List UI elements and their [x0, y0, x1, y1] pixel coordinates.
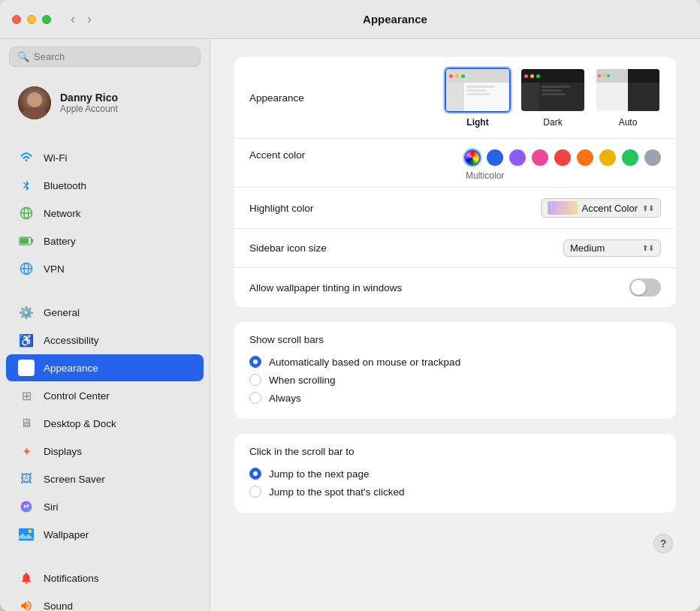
main-content: 🔍 Danny Rico Apple Account — [0, 39, 700, 611]
sidebar-item-accessibility[interactable]: ♿ Accessibility — [6, 327, 204, 354]
appearance-section: Appearance — [234, 57, 676, 307]
sidebar-item-bluetooth[interactable]: Bluetooth — [6, 172, 204, 199]
appearance-icon: ◑ — [18, 360, 35, 376]
user-profile[interactable]: Danny Rico Apple Account — [6, 77, 204, 128]
wallpaper-tinting-control — [629, 278, 661, 296]
highlight-value: Accent Color — [582, 203, 638, 214]
minimize-button[interactable] — [27, 15, 36, 24]
appearance-options: Light — [445, 68, 661, 128]
close-button[interactable] — [12, 15, 21, 24]
appearance-row: Appearance — [234, 57, 676, 139]
svg-point-11 — [27, 504, 29, 506]
wallpaper-tinting-toggle[interactable] — [629, 278, 661, 296]
help-button[interactable]: ? — [653, 534, 673, 553]
highlight-select[interactable]: Accent Color ⬆⬇ — [541, 198, 661, 218]
scroll-option-scrolling[interactable]: When scrolling — [249, 371, 661, 389]
accent-dot-pink[interactable] — [532, 149, 548, 166]
scroll-option-auto[interactable]: Automatically based on mouse or trackpad — [249, 353, 661, 371]
sidebar-item-label-battery: Battery — [44, 236, 76, 247]
accent-dot-yellow[interactable] — [599, 149, 616, 166]
maximize-button[interactable] — [42, 15, 51, 24]
appearance-option-auto[interactable]: Auto — [595, 68, 661, 128]
accent-dot-blue[interactable] — [487, 149, 503, 166]
sidebar-icon-size-control: Medium ⬆⬇ — [400, 239, 661, 257]
sidebar-icon-size-select[interactable]: Medium ⬆⬇ — [563, 239, 661, 257]
scroll-radio-auto-label: Automatically based on mouse or trackpad — [269, 357, 460, 368]
bluetooth-icon — [18, 177, 35, 194]
appearance-option-light[interactable]: Light — [445, 68, 511, 128]
sidebar-item-siri[interactable]: Siri — [6, 493, 204, 520]
user-info: Danny Rico Apple Account — [60, 92, 192, 114]
sidebar-item-label-sound: Sound — [44, 600, 73, 612]
appearance-option-dark[interactable]: Dark — [520, 68, 586, 128]
appearance-name-light: Light — [466, 117, 488, 128]
click-scroll-radio-next-page — [249, 468, 261, 480]
sidebar-icon-size-row: Sidebar icon size Medium ⬆⬇ — [234, 229, 676, 268]
accessibility-icon: ♿ — [18, 332, 35, 348]
sidebar-item-label-notifications: Notifications — [44, 573, 99, 584]
accent-color-label: Accent color — [249, 149, 400, 161]
sidebar-item-label-general: General — [44, 307, 80, 318]
highlight-arrows: ⬆⬇ — [642, 204, 654, 212]
battery-icon — [18, 233, 35, 249]
appearance-thumb-auto — [595, 68, 661, 113]
control-center-icon: ⊞ — [18, 387, 35, 404]
sidebar-section-network: Wi-Fi Bluetooth — [0, 140, 210, 286]
sidebar-item-label-vpn: VPN — [44, 263, 65, 275]
sidebar-item-sound[interactable]: Sound — [6, 592, 204, 611]
sidebar-item-general[interactable]: ⚙️ General — [6, 299, 204, 326]
sidebar-icon-size-label: Sidebar icon size — [249, 242, 400, 254]
sidebar-item-wifi[interactable]: Wi-Fi — [6, 144, 204, 171]
svg-rect-4 — [32, 239, 34, 243]
sidebar-item-label-control-center: Control Center — [44, 390, 110, 402]
accent-dot-red[interactable] — [554, 149, 571, 166]
appearance-name-dark: Dark — [543, 117, 562, 128]
scroll-option-always[interactable]: Always — [249, 389, 661, 407]
wifi-icon — [18, 149, 35, 166]
search-input[interactable] — [34, 51, 192, 62]
sidebar-item-desktop-dock[interactable]: 🖥 Desktop & Dock — [6, 410, 204, 437]
displays-icon: ✦ — [18, 443, 35, 459]
sidebar-item-label-displays: Displays — [44, 446, 82, 457]
sidebar-item-displays[interactable]: ✦ Displays — [6, 438, 204, 465]
sidebar-item-control-center[interactable]: ⊞ Control Center — [6, 382, 204, 409]
search-bar[interactable]: 🔍 — [9, 47, 201, 67]
highlight-color-row: Highlight color Accent Color ⬆⬇ — [234, 188, 676, 229]
forward-button[interactable]: › — [83, 10, 96, 29]
sidebar-item-label-siri: Siri — [44, 501, 59, 513]
window-title: Appearance — [102, 13, 688, 26]
accent-dot-green[interactable] — [622, 149, 638, 166]
accent-dot-multicolor[interactable] — [464, 149, 481, 166]
sidebar-item-screen-saver[interactable]: 🖼 Screen Saver — [6, 465, 204, 492]
sidebar-item-battery[interactable]: Battery — [6, 227, 204, 254]
wallpaper-tinting-label: Allow wallpaper tinting in windows — [249, 282, 629, 293]
scroll-radio-always — [249, 392, 261, 404]
sidebar-item-appearance[interactable]: ◑ Appearance — [6, 354, 204, 381]
accent-dot-graphite[interactable] — [644, 149, 661, 166]
sidebar-item-label-appearance: Appearance — [44, 363, 98, 374]
sidebar-size-arrows: ⬆⬇ — [642, 244, 654, 252]
sidebar-item-label-desktop-dock: Desktop & Dock — [44, 418, 116, 429]
appearance-control: Light — [400, 68, 661, 128]
avatar — [18, 86, 51, 119]
click-scroll-spot[interactable]: Jump to the spot that's clicked — [249, 483, 661, 501]
sidebar-item-notifications[interactable]: Notifications — [6, 564, 204, 591]
toggle-knob — [631, 280, 646, 295]
scroll-radio-scrolling-label: When scrolling — [269, 375, 336, 386]
sidebar-item-network[interactable]: Network — [6, 200, 204, 227]
click-scroll-next-page-label: Jump to the next page — [269, 468, 370, 480]
back-button[interactable]: ‹ — [66, 10, 80, 29]
accent-dot-purple[interactable] — [509, 149, 526, 166]
sidebar-item-label-wifi: Wi-Fi — [44, 152, 67, 164]
sound-icon — [18, 597, 35, 611]
appearance-thumb-dark — [520, 68, 586, 113]
click-scroll-next-page[interactable]: Jump to the next page — [249, 465, 661, 483]
sidebar-item-wallpaper[interactable]: Wallpaper — [6, 521, 204, 548]
sidebar-item-vpn[interactable]: VPN — [6, 255, 204, 282]
click-scroll-section: Click in the scroll bar to Jump to the n… — [234, 434, 676, 513]
titlebar: ‹ › Appearance — [0, 0, 700, 39]
accent-color-row-dots — [464, 149, 661, 166]
accent-dot-orange[interactable] — [577, 149, 593, 166]
highlight-preview — [548, 201, 578, 215]
highlight-color-control: Accent Color ⬆⬇ — [400, 198, 661, 218]
